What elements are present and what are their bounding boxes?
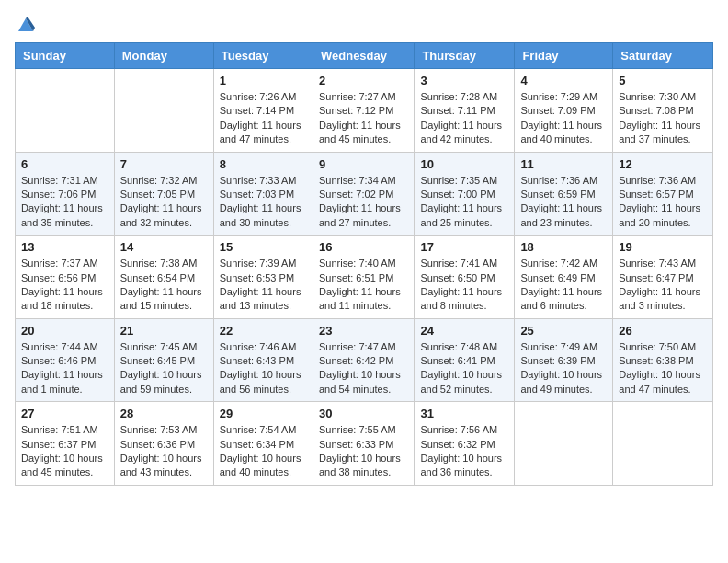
day-number: 23 xyxy=(319,324,408,338)
day-info: Sunrise: 7:53 AM Sunset: 6:36 PM Dayligh… xyxy=(120,423,208,480)
calendar-cell: 21Sunrise: 7:45 AM Sunset: 6:45 PM Dayli… xyxy=(114,318,213,402)
day-number: 30 xyxy=(319,407,408,420)
calendar-week-row: 27Sunrise: 7:51 AM Sunset: 6:37 PM Dayli… xyxy=(16,402,713,486)
day-info: Sunrise: 7:48 AM Sunset: 6:41 PM Dayligh… xyxy=(420,340,508,397)
day-number: 7 xyxy=(120,157,208,171)
day-info: Sunrise: 7:30 AM Sunset: 7:08 PM Dayligh… xyxy=(619,90,707,147)
day-header-friday: Friday xyxy=(515,43,613,69)
day-number: 4 xyxy=(520,74,607,87)
logo-icon xyxy=(17,15,35,33)
day-info: Sunrise: 7:29 AM Sunset: 7:09 PM Dayligh… xyxy=(520,90,607,147)
calendar-cell: 24Sunrise: 7:48 AM Sunset: 6:41 PM Dayli… xyxy=(415,318,515,402)
day-info: Sunrise: 7:54 AM Sunset: 6:34 PM Dayligh… xyxy=(220,423,307,480)
day-number: 10 xyxy=(420,157,508,171)
day-number: 3 xyxy=(420,74,508,87)
logo xyxy=(15,15,35,33)
calendar-cell: 25Sunrise: 7:49 AM Sunset: 6:39 PM Dayli… xyxy=(515,318,613,402)
day-info: Sunrise: 7:27 AM Sunset: 7:12 PM Dayligh… xyxy=(319,90,408,147)
day-info: Sunrise: 7:36 AM Sunset: 6:59 PM Dayligh… xyxy=(520,174,607,231)
day-number: 29 xyxy=(220,407,307,420)
day-number: 26 xyxy=(619,324,707,338)
day-number: 8 xyxy=(220,157,307,171)
day-info: Sunrise: 7:38 AM Sunset: 6:54 PM Dayligh… xyxy=(120,257,208,314)
calendar-cell: 15Sunrise: 7:39 AM Sunset: 6:53 PM Dayli… xyxy=(213,236,313,319)
calendar-header-row: SundayMondayTuesdayWednesdayThursdayFrid… xyxy=(16,43,713,69)
calendar-week-row: 13Sunrise: 7:37 AM Sunset: 6:56 PM Dayli… xyxy=(16,236,713,319)
day-number: 31 xyxy=(420,407,508,420)
calendar-cell: 29Sunrise: 7:54 AM Sunset: 6:34 PM Dayli… xyxy=(213,402,313,486)
day-info: Sunrise: 7:34 AM Sunset: 7:02 PM Dayligh… xyxy=(319,174,408,231)
calendar-cell: 5Sunrise: 7:30 AM Sunset: 7:08 PM Daylig… xyxy=(613,69,713,153)
day-header-tuesday: Tuesday xyxy=(213,43,313,69)
calendar-cell: 6Sunrise: 7:31 AM Sunset: 7:06 PM Daylig… xyxy=(16,152,115,236)
calendar-cell xyxy=(613,402,713,486)
day-info: Sunrise: 7:55 AM Sunset: 6:33 PM Dayligh… xyxy=(319,423,408,480)
calendar-cell: 16Sunrise: 7:40 AM Sunset: 6:51 PM Dayli… xyxy=(313,236,414,319)
day-info: Sunrise: 7:44 AM Sunset: 6:46 PM Dayligh… xyxy=(21,340,108,397)
calendar-cell: 8Sunrise: 7:33 AM Sunset: 7:03 PM Daylig… xyxy=(213,152,313,236)
day-number: 16 xyxy=(319,240,408,254)
day-number: 27 xyxy=(21,407,108,420)
day-info: Sunrise: 7:37 AM Sunset: 6:56 PM Dayligh… xyxy=(21,257,108,314)
day-number: 17 xyxy=(420,240,508,254)
calendar-cell xyxy=(114,69,213,153)
calendar-table: SundayMondayTuesdayWednesdayThursdayFrid… xyxy=(15,42,713,486)
day-info: Sunrise: 7:41 AM Sunset: 6:50 PM Dayligh… xyxy=(420,257,508,314)
calendar-cell: 19Sunrise: 7:43 AM Sunset: 6:47 PM Dayli… xyxy=(613,236,713,319)
day-number: 24 xyxy=(420,324,508,338)
day-number: 6 xyxy=(21,157,108,171)
calendar-cell: 17Sunrise: 7:41 AM Sunset: 6:50 PM Dayli… xyxy=(415,236,515,319)
calendar-cell: 7Sunrise: 7:32 AM Sunset: 7:05 PM Daylig… xyxy=(114,152,213,236)
day-header-monday: Monday xyxy=(114,43,213,69)
day-info: Sunrise: 7:31 AM Sunset: 7:06 PM Dayligh… xyxy=(21,174,108,231)
day-info: Sunrise: 7:28 AM Sunset: 7:11 PM Dayligh… xyxy=(420,90,508,147)
day-info: Sunrise: 7:56 AM Sunset: 6:32 PM Dayligh… xyxy=(420,423,508,480)
calendar-cell: 26Sunrise: 7:50 AM Sunset: 6:38 PM Dayli… xyxy=(613,318,713,402)
calendar-cell: 11Sunrise: 7:36 AM Sunset: 6:59 PM Dayli… xyxy=(515,152,613,236)
calendar-cell: 3Sunrise: 7:28 AM Sunset: 7:11 PM Daylig… xyxy=(415,69,515,153)
calendar-week-row: 6Sunrise: 7:31 AM Sunset: 7:06 PM Daylig… xyxy=(16,152,713,236)
calendar-cell: 13Sunrise: 7:37 AM Sunset: 6:56 PM Dayli… xyxy=(16,236,115,319)
day-header-thursday: Thursday xyxy=(415,43,515,69)
day-number: 12 xyxy=(619,157,707,171)
day-number: 21 xyxy=(120,324,208,338)
calendar-cell: 2Sunrise: 7:27 AM Sunset: 7:12 PM Daylig… xyxy=(313,69,414,153)
calendar-cell: 31Sunrise: 7:56 AM Sunset: 6:32 PM Dayli… xyxy=(415,402,515,486)
calendar-cell: 18Sunrise: 7:42 AM Sunset: 6:49 PM Dayli… xyxy=(515,236,613,319)
day-info: Sunrise: 7:46 AM Sunset: 6:43 PM Dayligh… xyxy=(220,340,307,397)
calendar-week-row: 1Sunrise: 7:26 AM Sunset: 7:14 PM Daylig… xyxy=(16,69,713,153)
day-info: Sunrise: 7:42 AM Sunset: 6:49 PM Dayligh… xyxy=(520,257,607,314)
day-number: 5 xyxy=(619,74,707,87)
day-number: 13 xyxy=(21,240,108,254)
calendar-week-row: 20Sunrise: 7:44 AM Sunset: 6:46 PM Dayli… xyxy=(16,318,713,402)
calendar-cell: 12Sunrise: 7:36 AM Sunset: 6:57 PM Dayli… xyxy=(613,152,713,236)
day-info: Sunrise: 7:43 AM Sunset: 6:47 PM Dayligh… xyxy=(619,257,707,314)
day-info: Sunrise: 7:39 AM Sunset: 6:53 PM Dayligh… xyxy=(220,257,307,314)
day-number: 14 xyxy=(120,240,208,254)
day-header-sunday: Sunday xyxy=(16,43,115,69)
calendar-cell: 23Sunrise: 7:47 AM Sunset: 6:42 PM Dayli… xyxy=(313,318,414,402)
calendar-cell: 10Sunrise: 7:35 AM Sunset: 7:00 PM Dayli… xyxy=(415,152,515,236)
day-info: Sunrise: 7:36 AM Sunset: 6:57 PM Dayligh… xyxy=(619,174,707,231)
day-number: 1 xyxy=(220,74,307,87)
day-info: Sunrise: 7:47 AM Sunset: 6:42 PM Dayligh… xyxy=(319,340,408,397)
calendar-cell: 20Sunrise: 7:44 AM Sunset: 6:46 PM Dayli… xyxy=(16,318,115,402)
day-header-wednesday: Wednesday xyxy=(313,43,414,69)
day-number: 11 xyxy=(520,157,607,171)
day-info: Sunrise: 7:40 AM Sunset: 6:51 PM Dayligh… xyxy=(319,257,408,314)
day-info: Sunrise: 7:50 AM Sunset: 6:38 PM Dayligh… xyxy=(619,340,707,397)
day-info: Sunrise: 7:33 AM Sunset: 7:03 PM Dayligh… xyxy=(220,174,307,231)
calendar-cell: 14Sunrise: 7:38 AM Sunset: 6:54 PM Dayli… xyxy=(114,236,213,319)
day-number: 28 xyxy=(120,407,208,420)
calendar-cell: 28Sunrise: 7:53 AM Sunset: 6:36 PM Dayli… xyxy=(114,402,213,486)
day-info: Sunrise: 7:51 AM Sunset: 6:37 PM Dayligh… xyxy=(21,423,108,480)
day-number: 2 xyxy=(319,74,408,87)
calendar-cell xyxy=(16,69,115,153)
day-number: 15 xyxy=(220,240,307,254)
day-info: Sunrise: 7:32 AM Sunset: 7:05 PM Dayligh… xyxy=(120,174,208,231)
calendar-cell: 22Sunrise: 7:46 AM Sunset: 6:43 PM Dayli… xyxy=(213,318,313,402)
day-header-saturday: Saturday xyxy=(613,43,713,69)
calendar-cell xyxy=(515,402,613,486)
day-number: 25 xyxy=(520,324,607,338)
day-info: Sunrise: 7:26 AM Sunset: 7:14 PM Dayligh… xyxy=(220,90,307,147)
